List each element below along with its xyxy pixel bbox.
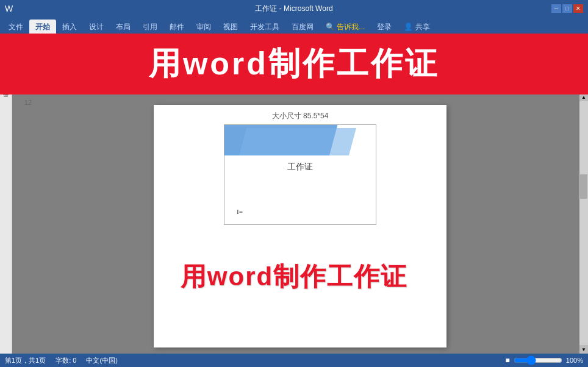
clipboard-icons: 📋 ✂ 📄 🖌 [7,37,46,69]
tab-login[interactable]: 登录 [371,20,398,34]
svg-text:18: 18 [180,86,185,91]
work-card-preview: 工作证 I= [224,124,376,225]
highlight-button[interactable]: 🖊 [70,49,82,59]
ribbon: 📋 ✂ 📄 🖌 剪贴板 等线 12 [0,34,588,83]
cut-button[interactable]: ✂ [7,59,18,69]
svg-text:26: 26 [253,86,259,91]
zoom-slider[interactable] [514,355,562,365]
status-bar: 第1页，共1页 字数: 0 中文(中国) ■ 100% [0,354,588,367]
tab-mailings[interactable]: 邮件 [163,20,190,34]
clipboard-label: 剪贴板 [18,69,36,80]
ribbon-tabs: 文件 开始 插入 设计 布局 引用 邮件 审阅 视图 开发工具 百度网 🔍 告诉… [0,17,588,34]
main-area: 开始 12 大小尺寸 85.5*54 工作证 I= [0,93,588,354]
zoom-level: 100% [566,357,583,364]
search-icon: 🔍 [326,23,335,31]
title-bar-text: 工作证 - Microsoft Word [255,4,332,14]
status-right: ■ 100% [506,355,583,365]
view-mode-button[interactable]: ■ [506,356,510,365]
tab-share[interactable]: 👤 共享 [398,20,436,34]
card-size-label: 大小尺寸 85.5*54 [154,105,446,124]
svg-text:4: 4 [61,86,64,91]
ribbon-group-clipboard: 📋 ✂ 📄 🖌 剪贴板 [2,34,52,82]
svg-rect-1 [12,83,43,93]
save-label: 保存 [561,69,573,80]
svg-rect-2 [531,83,588,93]
underline-button[interactable]: U [171,37,182,47]
card-title-text: 工作证 [224,162,376,173]
italic-button[interactable]: I [160,37,168,47]
word-icon: W [5,4,13,13]
svg-text:22: 22 [217,86,222,91]
page-indicator-left: 12 [24,99,32,106]
collapse-ribbon-button[interactable]: ▲ [579,35,587,44]
vertical-ruler: 开始 [0,93,12,354]
status-page: 第1页，共1页 [5,356,46,365]
share-icon: 👤 [404,23,413,31]
tab-tell-me[interactable]: 🔍 告诉我... [320,20,371,34]
svg-text:16: 16 [162,86,167,91]
svg-text:28: 28 [271,86,277,91]
tab-file[interactable]: 文件 [2,20,29,34]
word-window: W 工作证 - Microsoft Word ─ □ ✕ 文件 开始 插入 设计… [0,0,588,367]
scroll-thumb[interactable] [580,174,587,199]
svg-text:38: 38 [366,86,371,91]
font-color-button[interactable]: A [57,49,67,59]
svg-text:34: 34 [326,86,332,91]
svg-text:8: 8 [91,86,95,91]
tab-insert[interactable]: 插入 [56,20,83,34]
tab-baiduwang[interactable]: 百度网 [285,20,320,34]
svg-text:20: 20 [198,86,204,91]
svg-rect-0 [12,83,588,93]
ribbon-group-font: 等线 12 B I U A 🖊 字体 [52,34,548,82]
card-blue-shape-2 [239,128,356,155]
tab-references[interactable]: 引用 [137,20,163,34]
copy-button[interactable]: 📄 [20,59,33,69]
svg-text:46: 46 [439,86,445,91]
title-bar-controls: ─ □ ✕ [551,4,583,13]
format-painter-button[interactable]: 🖌 [34,59,46,69]
document-area[interactable]: 12 大小尺寸 85.5*54 工作证 I= ▲ [12,93,588,354]
tab-home[interactable]: 开始 [29,20,56,34]
svg-text:32: 32 [308,86,314,91]
scroll-track[interactable] [579,101,588,345]
ruler-svg: 2 4 6 8 10 12 14 16 18 20 22 24 26 28 30… [12,83,588,93]
status-wordcount: 字数: 0 [56,356,76,365]
scroll-down-button[interactable]: ▼ [579,345,588,354]
card-text-field[interactable]: I= [237,208,243,215]
paste-button[interactable]: 📋 [15,38,39,57]
tab-review[interactable]: 审阅 [190,20,217,34]
maximize-button[interactable]: □ [562,4,572,13]
tab-developer[interactable]: 开发工具 [244,20,285,34]
document-page[interactable]: 大小尺寸 85.5*54 工作证 I= [154,105,446,347]
card-header [224,125,376,159]
svg-text:44: 44 [421,86,426,91]
font-family-select[interactable]: 等线 [57,37,118,48]
svg-text:6: 6 [76,86,79,91]
tab-view[interactable]: 视图 [217,20,244,34]
svg-text:2: 2 [46,86,49,91]
save-button[interactable]: 💾 [553,37,580,56]
svg-text:12: 12 [125,86,131,91]
svg-text:14: 14 [143,86,149,91]
svg-text:10: 10 [107,86,112,91]
font-size-select[interactable]: 12 [120,37,145,48]
svg-text:42: 42 [403,86,408,91]
close-button[interactable]: ✕ [573,4,583,13]
svg-text:48: 48 [457,86,463,91]
bold-button[interactable]: B [147,37,158,47]
vertical-scrollbar[interactable]: ▲ ▼ [579,93,588,354]
svg-text:36: 36 [348,86,353,91]
scroll-up-button[interactable]: ▲ [579,93,588,101]
tab-layout[interactable]: 布局 [110,20,137,34]
title-bar: W 工作证 - Microsoft Word ─ □ ✕ [0,0,588,17]
status-language: 中文(中国) [86,356,117,365]
horizontal-ruler: 2 4 6 8 10 12 14 16 18 20 22 24 26 28 30… [0,83,588,93]
font-label: 字体 [294,69,306,80]
svg-text:24: 24 [235,86,240,91]
tab-design[interactable]: 设计 [83,20,110,34]
minimize-button[interactable]: ─ [551,4,561,13]
svg-text:30: 30 [290,86,295,91]
